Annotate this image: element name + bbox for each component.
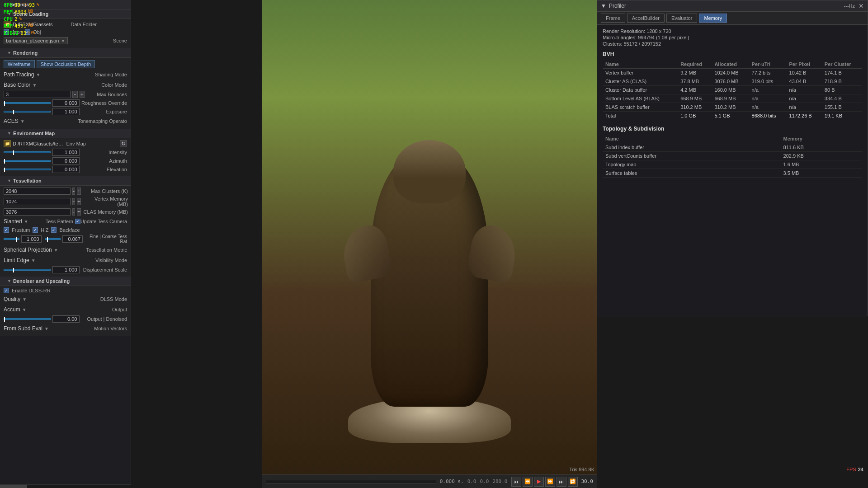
- tab-memory[interactable]: Memory: [699, 14, 727, 23]
- profiler-info: Render Resolution: 1280 x 720 Micro-tria…: [603, 28, 862, 47]
- output-slider[interactable]: [4, 318, 51, 320]
- tessellation-arrow: ▼: [7, 178, 11, 183]
- bvh-header-row: Name Required Allocated Per-uTri Per Pix…: [603, 60, 862, 69]
- scroll-thumb: [0, 485, 27, 488]
- enable-dlss-checkbox[interactable]: ✓: [4, 288, 9, 293]
- roughness-input[interactable]: [52, 99, 80, 107]
- azimuth-label: Azimuth: [81, 158, 127, 164]
- left-panel-scroll[interactable]: [0, 484, 131, 488]
- max-clusters-plus[interactable]: +: [77, 188, 81, 195]
- viewport-timeline[interactable]: [266, 480, 436, 483]
- clas-mem-plus[interactable]: +: [77, 208, 81, 216]
- play-button[interactable]: ▶: [534, 477, 544, 487]
- profiler-header: ▼ Profiler ---Hz ✕: [597, 0, 868, 12]
- loop-button[interactable]: 🔁: [568, 477, 578, 487]
- bvh-row-0: Vertex buffer9.2 MB1024.0 MB77.2 bits10.…: [603, 69, 862, 77]
- rendering-header[interactable]: ▼ Rendering: [0, 48, 131, 58]
- azimuth-slider[interactable]: [4, 160, 51, 162]
- time-display: 0.000 s.: [440, 479, 464, 484]
- frustum-checkbox[interactable]: ✓: [4, 227, 9, 233]
- bvh-col-required: Required: [678, 60, 712, 69]
- coarse-slider[interactable]: [45, 238, 61, 240]
- wireframe-button[interactable]: Wireframe: [4, 60, 35, 68]
- elevation-input[interactable]: [52, 166, 80, 173]
- profiler-close-button[interactable]: ✕: [859, 2, 864, 9]
- fps-display-area: FPS 24: [843, 467, 867, 472]
- coarse-input[interactable]: [62, 235, 83, 243]
- tessellation-content: - + Max Clusters (K) - + Vertex Memory (…: [0, 186, 131, 277]
- intensity-input[interactable]: [52, 149, 80, 156]
- env-map-header[interactable]: ▼ Environment Map: [0, 129, 131, 138]
- env-map-reload[interactable]: ↻: [120, 140, 127, 147]
- bvh-cell-5-5: 19.1 KB: [822, 112, 862, 120]
- denoiser-header[interactable]: ▼ Denoiser and Upscaling: [0, 277, 131, 286]
- topology-header-row: Name Memory: [603, 135, 862, 143]
- bvh-body: Vertex buffer9.2 MB1024.0 MB77.2 bits10.…: [603, 69, 862, 120]
- prev-frame-button[interactable]: ⏪: [523, 477, 533, 487]
- topology-col-name: Name: [603, 135, 781, 143]
- output-thumb: [4, 317, 5, 322]
- limit-edge-arrow: ▼: [31, 258, 36, 263]
- vertex-mem-minus[interactable]: -: [72, 198, 75, 205]
- intensity-slider[interactable]: [4, 151, 51, 153]
- d3d-label: D3D12: [4, 30, 19, 37]
- micro-triangles-text: Micro-triangles: 994794 (1.08 per pixel): [603, 35, 862, 40]
- accum-value: Accum: [4, 306, 20, 313]
- backface-label: Backface: [59, 227, 80, 233]
- gpu-usage: 93: [29, 2, 35, 9]
- roughness-slider[interactable]: [4, 102, 51, 104]
- max-bounces-plus[interactable]: +: [80, 91, 85, 98]
- clas-mem-minus[interactable]: -: [72, 208, 75, 216]
- tess-metric-label: Tessellation Metric: [66, 247, 127, 253]
- env-folder-icon[interactable]: 📁: [4, 140, 11, 147]
- update-tess-checkbox[interactable]: ✓: [75, 219, 80, 224]
- bvh-cell-2-3: n/a: [749, 86, 787, 94]
- bvh-cell-5-0: Total: [603, 112, 678, 120]
- clas-mem-input[interactable]: [4, 208, 71, 216]
- tess-pattern-label: Tess Pattern: [37, 219, 73, 224]
- fine-slider[interactable]: [4, 238, 19, 240]
- elevation-label: Elevation: [81, 167, 127, 172]
- max-clusters-label: Max Clusters (K): [83, 188, 128, 194]
- max-bounces-minus[interactable]: -: [72, 91, 78, 98]
- output-input[interactable]: [52, 315, 80, 323]
- vertex-mem-input[interactable]: [4, 198, 71, 205]
- tab-accelbuilder[interactable]: AccelBuilder: [627, 14, 665, 23]
- max-bounces-input[interactable]: 3: [4, 91, 71, 98]
- backface-checkbox[interactable]: ✓: [51, 227, 57, 233]
- tris-fps-display: Tris 994.8K: [569, 467, 594, 472]
- max-clusters-minus[interactable]: -: [72, 188, 75, 195]
- spherical-proj-row: Spherical Projection ▼ Tessellation Metr…: [4, 245, 127, 254]
- coord-display-2: 0.0: [480, 479, 489, 484]
- vertex-mem-plus[interactable]: +: [77, 198, 81, 205]
- displacement-input[interactable]: [52, 266, 80, 273]
- fps-val: 33: [20, 30, 26, 37]
- rendering-arrow: ▼: [7, 51, 11, 55]
- bvh-cell-2-1: 4.2 MB: [678, 86, 712, 94]
- elevation-slider[interactable]: [4, 169, 51, 170]
- frame-rate: 30.0: [581, 479, 594, 484]
- tessellation-header[interactable]: ▼ Tessellation: [0, 176, 131, 186]
- bvh-cell-0-3: 77.2 bits: [749, 69, 787, 77]
- max-clusters-input[interactable]: [4, 188, 71, 195]
- show-occlusion-button[interactable]: Show Occlusion Depth: [37, 60, 95, 68]
- intensity-label: Intensity: [81, 150, 127, 155]
- next-frame-button[interactable]: ⏩: [545, 477, 555, 487]
- fine-slider-group: [4, 235, 42, 243]
- skip-end-button[interactable]: ⏭: [557, 477, 566, 487]
- coarse-thumb: [47, 237, 48, 242]
- exposure-slider[interactable]: [4, 111, 51, 113]
- skip-start-button[interactable]: ⏮: [511, 477, 521, 487]
- bvh-cell-1-4: 43.04 B: [787, 77, 822, 86]
- tab-evaluator[interactable]: Evaluator: [666, 14, 697, 23]
- color-mode-value: Base Color: [4, 82, 30, 88]
- topology-cell-0-0: Subd index buffer: [603, 143, 781, 152]
- fine-input[interactable]: [21, 235, 42, 243]
- exposure-input[interactable]: [52, 108, 80, 115]
- hiz-checkbox[interactable]: ✓: [33, 227, 38, 233]
- displacement-slider[interactable]: [4, 269, 51, 271]
- azimuth-input[interactable]: [52, 157, 80, 164]
- env-map-title: Environment Map: [13, 131, 55, 136]
- tab-frame[interactable]: Frame: [601, 14, 625, 23]
- intensity-row: Intensity: [4, 149, 127, 156]
